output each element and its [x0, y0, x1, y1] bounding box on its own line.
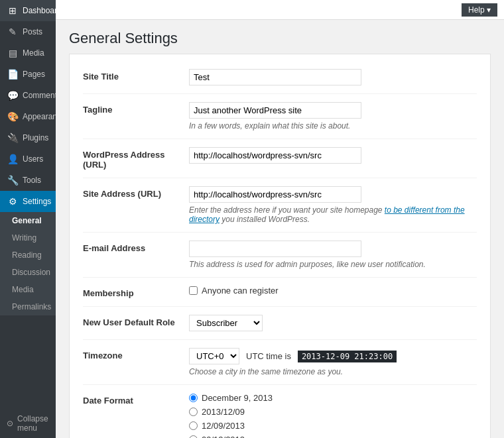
site-address-control: Enter the address here if you want your …: [189, 186, 477, 224]
sidebar-item-tools[interactable]: 🔧 Tools: [0, 170, 56, 191]
submenu-item-permalinks[interactable]: Permalinks: [0, 298, 56, 315]
sidebar-item-label: Plugins: [23, 133, 48, 142]
email-row: E-mail Address This address is used for …: [83, 233, 477, 278]
membership-checkbox-row: Anyone can register: [189, 286, 477, 296]
users-icon: 👤: [7, 154, 19, 164]
date-format-option-0: December 9, 2013: [189, 393, 477, 403]
date-format-radio-3[interactable]: [189, 435, 198, 438]
membership-checkbox-label: Anyone can register: [202, 286, 279, 296]
membership-checkbox[interactable]: [189, 286, 198, 295]
collapse-menu-label: Collapse menu: [17, 414, 49, 433]
sidebar-item-plugins[interactable]: 🔌 Plugins: [0, 127, 56, 148]
sidebar-item-media[interactable]: ▤ Media: [0, 42, 56, 64]
date-format-option-1: 2013/12/09: [189, 407, 477, 417]
sidebar-item-label: Users: [23, 154, 43, 164]
site-address-desc-before: Enter the address here if you want your …: [189, 205, 385, 215]
sidebar-item-pages[interactable]: 📄 Pages: [0, 64, 56, 85]
date-format-row: Date Format December 9, 2013 2013/12/09: [83, 385, 477, 438]
top-bar: Help ▾: [56, 0, 504, 20]
page-title: General Settings: [69, 30, 491, 47]
media-icon: ▤: [7, 48, 19, 58]
tagline-label: Tagline: [83, 102, 189, 115]
tools-icon: 🔧: [7, 175, 19, 186]
new-user-role-select[interactable]: Subscriber Contributor Author Editor Adm…: [189, 315, 263, 331]
sidebar-item-label: Posts: [23, 27, 42, 36]
sidebar-item-posts[interactable]: ✎ Posts: [0, 21, 56, 42]
membership-row: Membership Anyone can register: [83, 278, 477, 307]
settings-icon: ⚙: [7, 196, 19, 207]
submenu-item-discussion[interactable]: Discussion: [0, 264, 56, 281]
sidebar-item-comments[interactable]: 💬 Comments: [0, 85, 56, 106]
sidebar-item-label: Settings: [23, 197, 51, 206]
site-title-control: [189, 69, 477, 85]
tagline-input[interactable]: [189, 102, 361, 119]
site-address-row: Site Address (URL) Enter the address her…: [83, 178, 477, 233]
new-user-role-label: New User Default Role: [83, 315, 189, 327]
date-format-option-3: 09/12/2013: [189, 435, 477, 438]
help-button[interactable]: Help ▾: [462, 3, 497, 17]
date-format-radio-1[interactable]: [189, 408, 198, 416]
new-user-role-row: New User Default Role Subscriber Contrib…: [83, 307, 477, 340]
site-address-input[interactable]: [189, 186, 361, 203]
timezone-description: Choose a city in the same timezone as yo…: [189, 367, 477, 376]
date-format-radio-2[interactable]: [189, 421, 198, 430]
sidebar-item-label: Appearance: [23, 112, 56, 121]
date-format-radio-0[interactable]: [189, 394, 198, 402]
submenu-item-general[interactable]: General: [0, 212, 56, 229]
submenu-item-media[interactable]: Media: [0, 281, 56, 298]
sidebar-item-label: Dashboard: [23, 6, 56, 15]
email-label: E-mail Address: [83, 241, 189, 253]
site-address-description: Enter the address here if you want your …: [189, 205, 477, 224]
timezone-select[interactable]: UTC+0 UTC-5 UTC+1: [189, 348, 239, 364]
email-input[interactable]: [189, 241, 361, 257]
sidebar-item-dashboard[interactable]: ⊞ Dashboard: [0, 0, 56, 21]
date-format-display-0: December 9, 2013: [202, 393, 273, 403]
wp-address-control: [189, 147, 477, 164]
tagline-row: Tagline In a few words, explain what thi…: [83, 94, 477, 139]
content-header: General Settings: [56, 20, 504, 54]
membership-control: Anyone can register: [189, 286, 477, 296]
sidebar-item-appearance[interactable]: 🎨 Appearance: [0, 106, 56, 127]
site-title-input[interactable]: [189, 69, 361, 85]
sidebar-item-label: Media: [23, 48, 44, 58]
main-content: General Settings Site Title Tagline In a…: [56, 20, 504, 438]
timezone-control: UTC+0 UTC-5 UTC+1 UTC time is 2013-12-09…: [189, 348, 477, 376]
sidebar-item-label: Pages: [23, 70, 45, 79]
settings-submenu: General Writing Reading Discussion Media…: [0, 212, 56, 315]
appearance-icon: 🎨: [7, 111, 19, 122]
email-control: This address is used for admin purposes,…: [189, 241, 477, 269]
posts-icon: ✎: [7, 27, 19, 37]
sidebar: ⊞ Dashboard ✎ Posts ▤ Media 📄 Pages 💬 Co…: [0, 0, 56, 438]
membership-label: Membership: [83, 286, 189, 298]
sidebar-item-label: Comments: [23, 91, 56, 100]
utc-time-value: 2013-12-09 21:23:00: [298, 351, 397, 362]
date-format-option-2: 12/09/2013: [189, 421, 477, 431]
pages-icon: 📄: [7, 69, 19, 80]
date-format-label: Date Format: [83, 393, 189, 406]
wp-address-input[interactable]: [189, 147, 361, 164]
site-address-label: Site Address (URL): [83, 186, 189, 199]
date-format-display-3: 09/12/2013: [202, 435, 245, 438]
settings-form: Site Title Tagline In a few words, expla…: [69, 54, 491, 438]
date-format-display-2: 12/09/2013: [202, 421, 245, 431]
site-title-row: Site Title: [83, 61, 477, 94]
wp-address-row: WordPress Address (URL): [83, 139, 477, 178]
tagline-description: In a few words, explain what this site i…: [189, 121, 477, 131]
new-user-role-control: Subscriber Contributor Author Editor Adm…: [189, 315, 477, 331]
tagline-control: In a few words, explain what this site i…: [189, 102, 477, 131]
timezone-label: Timezone: [83, 348, 189, 360]
sidebar-item-label: Tools: [23, 176, 41, 185]
site-address-desc-after: you installed WordPress.: [220, 215, 310, 224]
date-format-control: December 9, 2013 2013/12/09 12/09/2013: [189, 393, 477, 438]
timezone-row: Timezone UTC+0 UTC-5 UTC+1 UTC time is 2…: [83, 340, 477, 385]
sidebar-item-settings[interactable]: ⚙ Settings: [0, 191, 56, 212]
dashboard-icon: ⊞: [7, 5, 19, 16]
utc-time-label: UTC time is: [246, 351, 291, 361]
date-format-display-1: 2013/12/09: [202, 407, 245, 417]
comments-icon: 💬: [7, 90, 19, 101]
submenu-item-writing[interactable]: Writing: [0, 229, 56, 246]
site-title-label: Site Title: [83, 69, 189, 82]
submenu-item-reading[interactable]: Reading: [0, 246, 56, 264]
sidebar-item-users[interactable]: 👤 Users: [0, 148, 56, 170]
collapse-menu-button[interactable]: ⊙ Collapse menu: [0, 409, 56, 438]
